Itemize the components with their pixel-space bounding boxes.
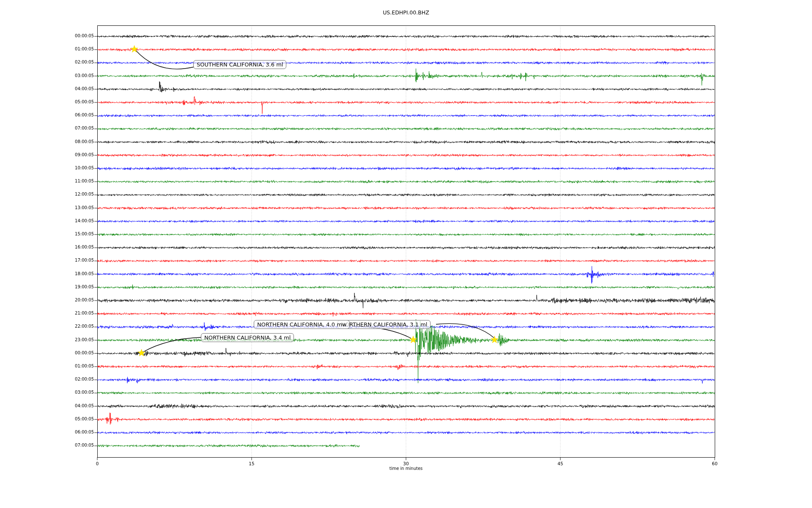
annotation-connector-line: [436, 323, 494, 338]
event-annotation-label: NORTHERN CALIFORNIA, 3.4 ml: [201, 333, 294, 342]
event-star-marker: [410, 336, 417, 343]
x-axis-label: time in minutes: [97, 466, 715, 471]
event-annotation-label: NORTHERN CALIFORNIA, 4.0 mw: [254, 320, 350, 329]
annotation-connector-line: [143, 337, 201, 352]
seismogram-viewer: US.EDHPI.00.BHZ 00:00:0501:00:0502:00:05…: [0, 0, 812, 508]
event-star-marker: [138, 349, 145, 356]
annotation-overlay: [0, 0, 812, 508]
event-star-marker: [491, 336, 498, 343]
annotation-connector-line: [136, 50, 194, 69]
event-annotation-label: SOUTHERN CALIFORNIA, 3.6 ml: [193, 60, 286, 69]
event-annotation-label: NORTHERN CALIFORNIA, 3.1 ml: [337, 320, 431, 329]
